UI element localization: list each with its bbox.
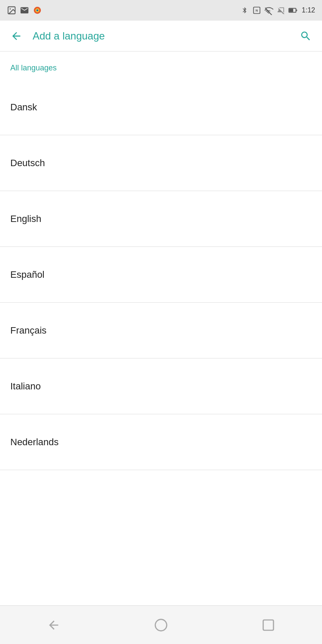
battery-icon: [288, 6, 298, 15]
svg-point-1: [9, 8, 11, 9]
svg-point-4: [36, 9, 39, 12]
section-header: All languages: [0, 52, 322, 79]
language-name: Dansk: [10, 102, 37, 113]
language-name: Nederlands: [10, 437, 59, 448]
section-title: All languages: [10, 64, 57, 72]
language-item[interactable]: Deutsch: [0, 135, 322, 191]
language-item[interactable]: Nederlands: [0, 414, 322, 470]
gallery-icon: [7, 6, 16, 15]
nfc-icon: N: [252, 6, 261, 15]
bluetooth-icon: [240, 6, 249, 15]
nav-recent-button[interactable]: [251, 612, 286, 638]
nav-home-button[interactable]: [144, 612, 178, 638]
app-bar: Add a language: [0, 21, 322, 52]
nav-recent-icon: [261, 618, 275, 632]
language-item[interactable]: Français: [0, 303, 322, 358]
language-name: Français: [10, 325, 46, 336]
language-item[interactable]: Español: [0, 247, 322, 303]
content-area: All languages DanskDeutschEnglishEspañol…: [0, 52, 322, 605]
language-item[interactable]: English: [0, 191, 322, 247]
status-bar-left: [7, 6, 42, 15]
language-name: Deutsch: [10, 158, 45, 169]
page-title: Add a language: [33, 30, 289, 42]
nav-back-icon: [47, 618, 61, 632]
language-name: Italiano: [10, 381, 41, 392]
navigation-bar: [0, 605, 322, 644]
status-bar: N 1:12: [0, 0, 322, 21]
status-bar-right: N 1:12: [240, 6, 315, 15]
svg-rect-8: [289, 9, 293, 12]
svg-point-9: [155, 619, 167, 631]
search-button[interactable]: [296, 27, 315, 46]
nav-back-button[interactable]: [36, 612, 71, 638]
inbox-icon: [20, 6, 29, 15]
status-time: 1:12: [302, 6, 315, 14]
language-name: Español: [10, 269, 45, 280]
svg-text:N: N: [255, 9, 258, 12]
wifi-off-icon: [264, 6, 273, 15]
firefox-icon: [33, 6, 42, 15]
language-list: DanskDeutschEnglishEspañolFrançaisItalia…: [0, 79, 322, 605]
signal-off-icon: [276, 6, 286, 15]
back-button[interactable]: [7, 27, 26, 46]
nav-home-icon: [154, 618, 168, 632]
language-item[interactable]: Italiano: [0, 358, 322, 414]
language-name: English: [10, 213, 41, 225]
language-item[interactable]: Dansk: [0, 79, 322, 135]
svg-rect-10: [263, 620, 273, 630]
